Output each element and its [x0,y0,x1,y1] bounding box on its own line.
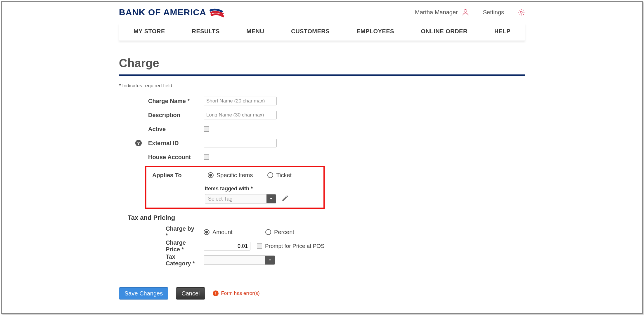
gear-icon[interactable] [517,8,525,16]
prompt-price-row[interactable]: Prompt for Price at POS [257,243,325,249]
save-button[interactable]: Save Changes [119,287,168,300]
cancel-button[interactable]: Cancel [176,287,205,300]
external-id-label: External ID [119,140,198,147]
nav-results[interactable]: RESULTS [189,23,222,41]
charge-price-input[interactable] [204,242,250,250]
settings-link[interactable]: Settings [483,9,504,16]
nav-employees[interactable]: EMPLOYEES [354,23,397,41]
nav-online-order[interactable]: ONLINE ORDER [418,23,470,41]
prompt-price-label: Prompt for Price at POS [265,243,325,249]
applies-to-label: Applies To [149,172,202,179]
tax-pricing-heading: Tax and Pricing [128,214,525,222]
footer-bar: Save Changes Cancel ! Form has error(s) [119,280,525,300]
alert-icon: ! [213,290,219,296]
radio-specific-items-indicator [208,172,214,178]
error-message: ! Form has error(s) [213,290,259,296]
svg-point-0 [464,9,467,12]
radio-specific-items[interactable]: Specific Items [208,172,253,179]
tag-select[interactable]: Select Tag [205,194,276,203]
active-checkbox[interactable] [204,126,209,132]
page-title: Charge [119,57,525,76]
charge-by-label: Charge by * [119,225,198,239]
chevron-down-icon [265,255,275,265]
house-account-checkbox[interactable] [204,154,209,160]
radio-ticket[interactable]: Ticket [267,172,292,179]
header-user[interactable]: Martha Manager [415,8,470,16]
charge-name-input[interactable] [204,97,277,105]
pencil-icon[interactable] [281,194,289,203]
user-name: Martha Manager [415,9,458,16]
header: BANK OF AMERICA Martha Manager [119,2,525,20]
logo-flag-icon [209,7,225,18]
help-icon[interactable]: ? [135,140,142,146]
nav-customers[interactable]: CUSTOMERS [288,23,333,41]
radio-specific-items-label: Specific Items [217,172,253,179]
items-tagged-label: Items tagged with * [205,186,321,192]
applies-to-section: Applies To Specific Items Ticket Items t… [145,166,325,209]
nav-menu[interactable]: MENU [244,23,267,41]
prompt-price-checkbox[interactable] [257,243,262,249]
tag-select-text: Select Tag [205,196,266,202]
radio-percent-indicator [265,229,271,235]
external-id-input[interactable] [204,139,277,147]
main-nav: MY STORE RESULTS MENU CUSTOMERS EMPLOYEE… [119,23,525,41]
charge-price-label: Charge Price * [119,239,198,253]
radio-percent-label: Percent [274,229,294,236]
radio-percent[interactable]: Percent [265,229,294,236]
form: Charge Name * Description Active ? E [119,94,525,267]
tax-category-select[interactable] [204,255,275,265]
description-input[interactable] [204,111,277,119]
nav-my-store[interactable]: MY STORE [131,23,168,41]
radio-amount-indicator [204,229,210,235]
radio-amount[interactable]: Amount [204,229,233,236]
required-note: * Indicates required field. [119,83,525,89]
logo-text: BANK OF AMERICA [119,7,206,17]
description-label: Description [119,112,198,119]
header-right: Martha Manager Settings [415,8,525,16]
charge-name-label: Charge Name * [119,98,198,105]
house-account-label: House Account [119,154,198,161]
svg-point-1 [520,11,522,13]
radio-ticket-label: Ticket [276,172,292,179]
error-text: Form has error(s) [221,290,259,296]
radio-ticket-indicator [267,172,273,178]
nav-help[interactable]: HELP [491,23,513,41]
chevron-down-icon [266,194,276,203]
active-label: Active [119,126,198,133]
radio-amount-label: Amount [212,229,233,236]
person-icon [461,8,470,16]
tax-category-label: Tax Category * [119,253,198,267]
logo: BANK OF AMERICA [119,7,225,18]
